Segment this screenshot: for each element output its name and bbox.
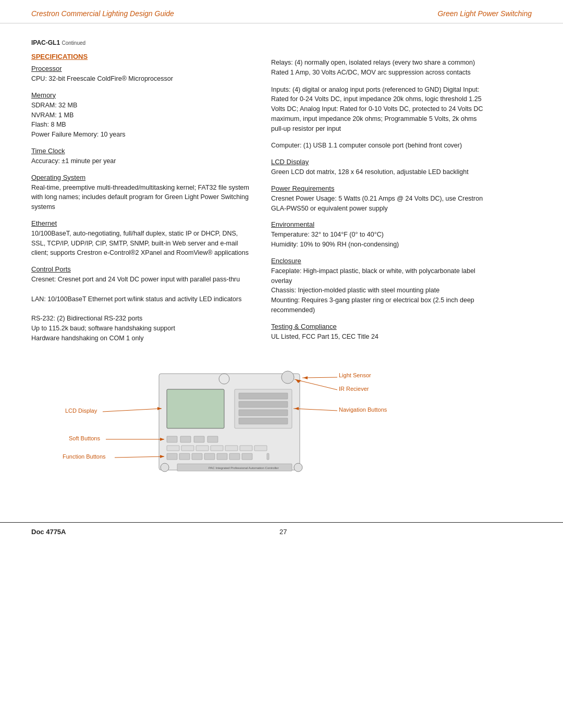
inputs-text: Inputs: (4) digital or analog input port…	[271, 85, 490, 134]
svg-rect-26	[242, 453, 252, 460]
memory-title: Memory	[31, 91, 250, 99]
environmental-title: Environmental	[271, 220, 490, 228]
device-diagram: PAC Integrated Professional Automation C…	[63, 366, 427, 491]
power-title: Power Requirements	[271, 184, 490, 192]
environmental-section: Environmental Temperature: 32° to 104°F …	[271, 220, 490, 250]
controlports-section: Control Ports Cresnet: Cresnet port and …	[31, 265, 250, 343]
svg-point-2	[282, 371, 294, 384]
svg-rect-3	[167, 389, 224, 428]
svg-rect-22	[192, 453, 202, 460]
lcd-display-label: LCD Display	[65, 408, 97, 414]
svg-rect-24	[217, 453, 227, 460]
navigation-buttons-label: Navigation Buttons	[339, 406, 387, 413]
svg-rect-20	[167, 453, 177, 460]
specifications-title: SPECIFICATIONS	[31, 53, 250, 60]
relays-section: Relays: (4) normally open, isolated rela…	[271, 58, 490, 78]
ethernet-text: 10/100BaseT, auto-negotiating, full/half…	[31, 229, 250, 258]
svg-rect-13	[167, 446, 179, 451]
svg-rect-15	[196, 446, 209, 451]
svg-point-29	[294, 463, 302, 472]
svg-point-28	[161, 463, 169, 472]
svg-line-32	[103, 409, 162, 412]
svg-rect-23	[204, 453, 215, 460]
svg-rect-27	[267, 453, 269, 460]
svg-rect-11	[194, 436, 204, 442]
os-title: Operating System	[31, 174, 250, 181]
svg-text:PAC Integrated Professional Au: PAC Integrated Professional Automation C…	[209, 466, 279, 470]
svg-marker-39	[303, 376, 308, 379]
left-column: IPAC-GL1 Continued SPECIFICATIONS Proces…	[31, 39, 250, 350]
svg-line-40	[295, 379, 337, 390]
computer-text: Computer: (1) USB 1.1 computer console p…	[271, 141, 490, 151]
svg-rect-8	[239, 418, 288, 424]
processor-text: CPU: 32-bit Freescale ColdFire® Micropro…	[31, 74, 250, 84]
header-right-title: Green Light Power Switching	[437, 9, 532, 18]
page: Crestron Commercial Lighting Design Guid…	[0, 0, 563, 728]
timeclock-text: Accuracy: ±1 minute per year	[31, 156, 250, 166]
ethernet-section: Ethernet 10/100BaseT, auto-negotiating, …	[31, 219, 250, 258]
svg-rect-16	[211, 446, 223, 451]
svg-rect-21	[179, 453, 190, 460]
svg-rect-12	[207, 436, 218, 442]
enclosure-text: Faceplate: High-impact plastic, black or…	[271, 266, 490, 315]
relays-text: Relays: (4) normally open, isolated rela…	[271, 58, 490, 78]
svg-rect-19	[254, 446, 267, 451]
lcd-title: LCD Display	[271, 158, 490, 166]
enclosure-title: Enclosure	[271, 257, 490, 265]
processor-title: Processor	[31, 65, 250, 72]
environmental-text: Temperature: 32° to 104°F (0° to 40°C) H…	[271, 230, 490, 250]
light-sensor-label: Light Sensor	[339, 372, 371, 378]
svg-rect-14	[181, 446, 194, 451]
computer-section: Computer: (1) USB 1.1 computer console p…	[271, 141, 490, 151]
svg-line-36	[115, 456, 164, 458]
svg-rect-25	[229, 453, 240, 460]
enclosure-section: Enclosure Faceplate: High-impact plastic…	[271, 257, 490, 315]
controlports-text: Cresnet: Cresnet port and 24 Volt DC pow…	[31, 275, 250, 343]
memory-text: SDRAM: 32 MB NVRAM: 1 MB Flash: 8 MB Pow…	[31, 101, 250, 140]
inputs-section: Inputs: (4) digital or analog input port…	[271, 85, 490, 134]
svg-line-38	[302, 377, 337, 378]
memory-section: Memory SDRAM: 32 MB NVRAM: 1 MB Flash: 8…	[31, 91, 250, 140]
soft-buttons-label: Soft Buttons	[69, 435, 100, 441]
right-column: Relays: (4) normally open, isolated rela…	[271, 39, 490, 350]
footer-page: 27	[279, 528, 287, 536]
function-buttons-label: Function Buttons	[63, 453, 106, 460]
timeclock-title: Time Clock	[31, 147, 250, 155]
ir-receiver-label: IR Reciever	[339, 386, 369, 392]
main-content: IPAC-GL1 Continued SPECIFICATIONS Proces…	[0, 23, 563, 361]
footer: Doc 4775A 27	[0, 522, 563, 541]
power-text: Cresnet Power Usage: 5 Watts (0.21 Amps …	[271, 194, 490, 214]
diagram-section: PAC Integrated Professional Automation C…	[0, 361, 563, 512]
header: Crestron Commercial Lighting Design Guid…	[0, 0, 563, 23]
power-section: Power Requirements Cresnet Power Usage: …	[271, 184, 490, 214]
svg-rect-7	[239, 410, 288, 416]
timeclock-section: Time Clock Accuracy: ±1 minute per year	[31, 147, 250, 166]
testing-title: Testing & Compliance	[271, 323, 490, 330]
svg-line-42	[293, 409, 337, 411]
diagram-container: PAC Integrated Professional Automation C…	[31, 366, 532, 501]
os-text: Real-time, preemptive multi-threaded/mul…	[31, 183, 250, 212]
ethernet-title: Ethernet	[31, 219, 250, 227]
header-left-title: Crestron Commercial Lighting Design Guid…	[31, 9, 174, 18]
svg-rect-18	[240, 446, 252, 451]
testing-section: Testing & Compliance UL Listed, FCC Part…	[271, 323, 490, 342]
svg-rect-6	[239, 401, 288, 408]
footer-doc: Doc 4775A	[31, 528, 66, 536]
lcd-text: Green LCD dot matrix, 128 x 64 resolutio…	[271, 167, 490, 177]
testing-text: UL Listed, FCC Part 15, CEC Title 24	[271, 332, 490, 342]
os-section: Operating System Real-time, preemptive m…	[31, 174, 250, 212]
ipac-label: IPAC-GL1 Continued	[31, 39, 250, 46]
lcd-section: LCD Display Green LCD dot matrix, 128 x …	[271, 158, 490, 177]
processor-section: Processor CPU: 32-bit Freescale ColdFire…	[31, 65, 250, 84]
controlports-title: Control Ports	[31, 265, 250, 273]
svg-rect-9	[167, 436, 177, 442]
svg-rect-5	[239, 393, 288, 399]
svg-rect-10	[180, 436, 191, 442]
svg-rect-17	[225, 446, 238, 451]
